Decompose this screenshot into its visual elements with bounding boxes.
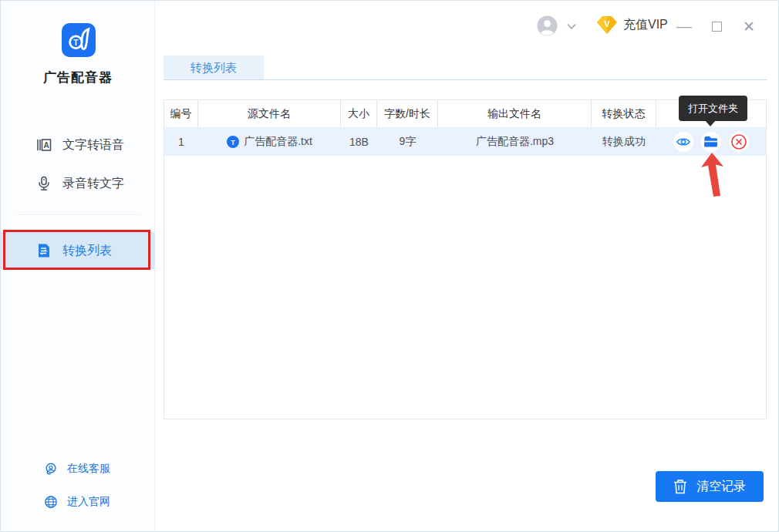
sidebar-link-label: 进入官网 xyxy=(67,495,110,509)
clear-records-label: 清空记录 xyxy=(696,479,746,495)
cell-source-file: T 广告配音器.txt xyxy=(198,128,341,156)
close-button[interactable]: ✕ xyxy=(739,16,759,36)
trash-icon xyxy=(673,479,687,494)
col-header-status: 转换状态 xyxy=(592,100,656,127)
sidebar-link-label: 在线客服 xyxy=(67,462,110,476)
app-window: T 广告配音器 A 文字转语音 录音转文字 xyxy=(0,0,779,532)
sidebar-item-label: 文字转语音 xyxy=(62,137,124,153)
svg-text:A: A xyxy=(43,141,49,150)
sidebar-item-text-to-speech[interactable]: A 文字转语音 xyxy=(1,128,155,162)
col-header-word-count: 字数/时长 xyxy=(377,100,438,127)
svg-text:V: V xyxy=(604,19,610,29)
preview-button[interactable] xyxy=(673,132,693,152)
sidebar: T 广告配音器 A 文字转语音 录音转文字 xyxy=(1,1,155,531)
tooltip-caret xyxy=(705,120,716,126)
sidebar-item-label: 录音转文字 xyxy=(62,176,124,192)
cell-index: 1 xyxy=(164,128,198,156)
minimize-button[interactable]: — xyxy=(674,16,694,36)
speech-to-text-icon xyxy=(36,176,52,191)
table-row: 1 T 广告配音器.txt 18B 9字 广告配音器.mp3 转换成功 xyxy=(164,128,766,156)
col-header-size: 大小 xyxy=(341,100,377,127)
col-header-index: 编号 xyxy=(164,100,198,127)
text-to-speech-icon: A xyxy=(36,137,52,153)
sidebar-item-conversion-list[interactable]: 转换列表 xyxy=(1,232,155,269)
tab-underline xyxy=(164,79,767,80)
col-header-source-file: 源文件名 xyxy=(198,100,341,127)
conversion-list-icon xyxy=(36,243,52,258)
maximize-icon xyxy=(712,22,722,32)
sidebar-item-speech-to-text[interactable]: 录音转文字 xyxy=(1,167,155,200)
maximize-button[interactable] xyxy=(706,16,727,36)
sidebar-link-customer-service[interactable]: 在线客服 xyxy=(1,456,155,481)
tab-conversion-list[interactable]: 转换列表 xyxy=(164,56,264,80)
conversion-table-panel: 编号 源文件名 大小 字数/时长 输出文件名 转换状态 1 T 广告配音器.tx… xyxy=(164,99,767,419)
table-header-row: 编号 源文件名 大小 字数/时长 输出文件名 转换状态 xyxy=(164,100,766,128)
sidebar-link-official-site[interactable]: 进入官网 xyxy=(1,490,155,514)
col-header-output-file: 输出文件名 xyxy=(438,100,592,127)
app-logo-icon: T xyxy=(61,23,96,57)
svg-text:T: T xyxy=(73,39,79,47)
red-arrow-annotation xyxy=(699,152,730,198)
cell-word-count: 9字 xyxy=(377,128,438,156)
cell-output-file: 广告配音器.mp3 xyxy=(438,128,592,156)
open-folder-icon xyxy=(703,133,720,150)
open-folder-button[interactable] xyxy=(701,132,721,152)
sidebar-divider xyxy=(16,214,140,215)
cell-status: 转换成功 xyxy=(592,128,656,156)
sidebar-item-label: 转换列表 xyxy=(62,243,112,259)
delete-icon xyxy=(730,133,747,150)
vip-badge-icon: V xyxy=(596,15,618,35)
preview-eye-icon xyxy=(676,134,691,150)
recharge-vip-button[interactable]: V 充值VIP xyxy=(596,15,668,35)
vip-label: 充值VIP xyxy=(623,17,668,33)
cell-size: 18B xyxy=(341,128,377,156)
user-avatar[interactable] xyxy=(537,15,558,36)
source-file-name: 广告配音器.txt xyxy=(244,135,312,149)
svg-text:T: T xyxy=(231,139,235,146)
customer-service-icon xyxy=(44,462,58,476)
app-title: 广告配音器 xyxy=(1,69,155,86)
file-type-icon: T xyxy=(227,136,239,148)
delete-row-button[interactable] xyxy=(729,132,749,152)
open-folder-tooltip: 打开文件夹 xyxy=(679,96,747,121)
clear-records-button[interactable]: 清空记录 xyxy=(656,471,764,502)
chevron-down-icon[interactable] xyxy=(566,22,577,31)
globe-icon xyxy=(44,495,58,509)
